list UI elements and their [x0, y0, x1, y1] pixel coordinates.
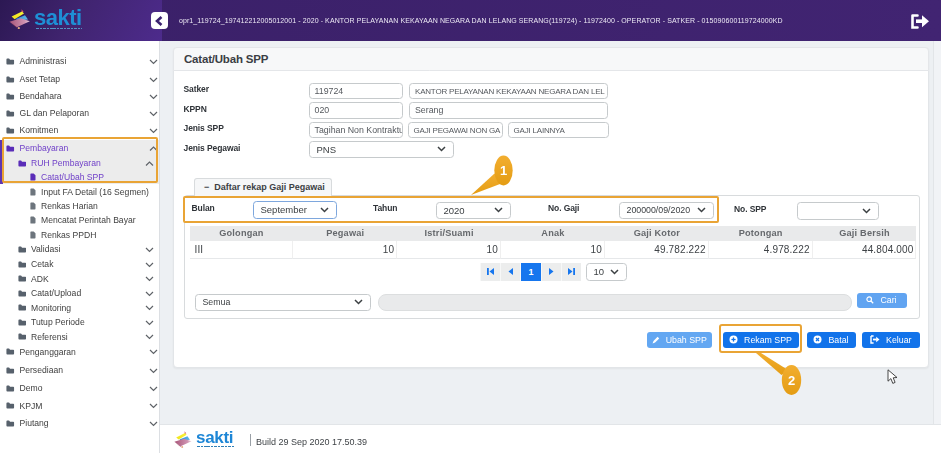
svg-text:2: 2 — [788, 373, 795, 388]
svg-text:1: 1 — [500, 163, 507, 178]
